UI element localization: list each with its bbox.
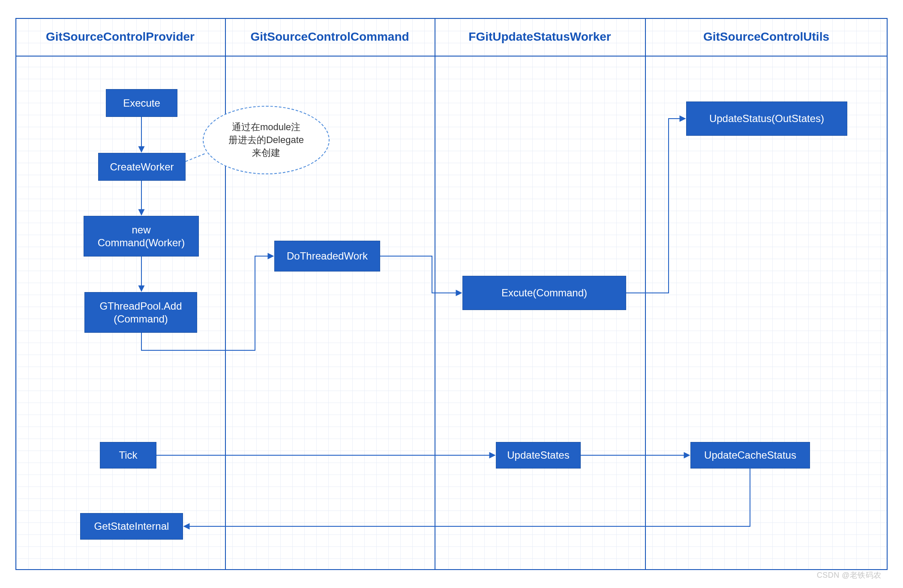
annotation-note: 通过在module注 册进去的Delegate 来创建 [203, 106, 330, 174]
diagram-canvas: GitSourceControlProvider GitSourceContro… [0, 0, 903, 588]
node-tick: Tick [100, 442, 156, 469]
lane-title-utils: GitSourceControlUtils [645, 18, 888, 56]
node-do-threaded-work: DoThreadedWork [274, 241, 380, 272]
lane-separator [435, 18, 435, 570]
node-new-command: new Command(Worker) [84, 216, 199, 257]
node-update-states: UpdateStates [496, 442, 581, 469]
lane-separator [225, 18, 226, 570]
watermark: CSDN @老铁码农 [817, 570, 882, 580]
node-gthreadpool-add: GThreadPool.Add (Command) [84, 292, 197, 333]
node-get-state-internal: GetStateInternal [80, 513, 183, 540]
lane-title-command: GitSourceControlCommand [225, 18, 435, 56]
lane-header-separator [15, 56, 888, 57]
lane-separator [645, 18, 646, 570]
lane-title-provider: GitSourceControlProvider [15, 18, 225, 56]
node-excute-command: Excute(Command) [462, 276, 626, 310]
lane-title-worker: FGitUpdateStatusWorker [435, 18, 645, 56]
node-create-worker: CreateWorker [98, 153, 186, 181]
node-update-cache-status: UpdateCacheStatus [690, 442, 810, 469]
node-execute: Execute [106, 89, 177, 117]
node-update-status-out: UpdateStatus(OutStates) [686, 101, 847, 136]
